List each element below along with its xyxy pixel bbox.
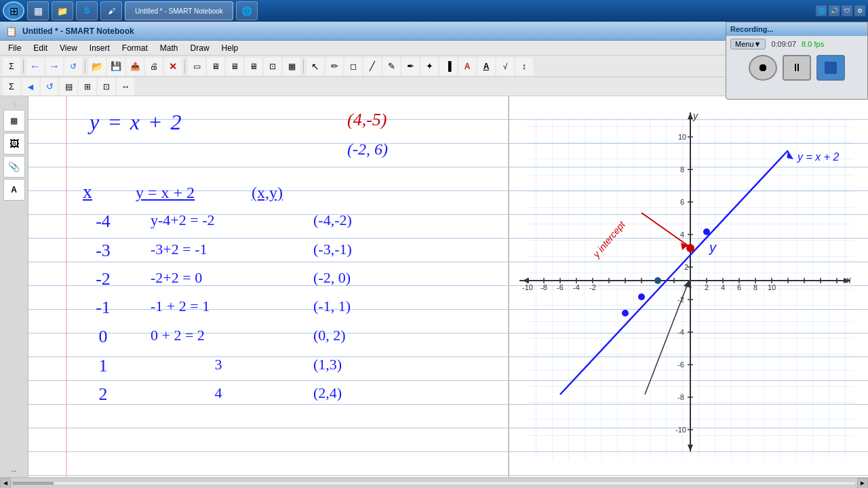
toolbar-sep3 — [303, 60, 304, 73]
col-xy: (x,y) — [252, 184, 283, 201]
toolbar2-box[interactable]: ⊡ — [98, 78, 115, 96]
toolbar-eraser[interactable]: ◻ — [344, 58, 362, 75]
toolbar-refresh[interactable]: ↺ — [64, 58, 82, 75]
point-1 — [703, 228, 710, 235]
coordinate-graph: -10 -8 -6 -4 -2 2 4 6 8 10 10 8 6 4 2 -2… — [519, 110, 865, 476]
pause-button[interactable]: ⏸ — [783, 55, 811, 81]
svg-text:8: 8 — [753, 283, 757, 291]
recording-menu[interactable]: Menu▼ — [730, 39, 766, 49]
toolbar-screen1[interactable]: ▭ — [188, 58, 205, 75]
sidebar-attachments[interactable]: 📎 — [3, 156, 25, 178]
toolbar-print[interactable]: 🖨 — [145, 58, 163, 75]
toolbar-star[interactable]: ✦ — [420, 58, 438, 75]
svg-text:-4: -4 — [677, 328, 684, 336]
menu-view[interactable]: View — [54, 42, 83, 54]
toolbar-forward[interactable]: → — [45, 58, 63, 75]
toolbar2-refresh[interactable]: ↺ — [41, 78, 58, 96]
scrollbar-bottom[interactable]: ◄ ► — [0, 477, 868, 488]
toolbar-pen[interactable]: ✏ — [326, 58, 343, 75]
toolbar-screen2[interactable]: 🖥 — [207, 58, 224, 75]
svg-text:4: 4 — [721, 283, 725, 291]
toolbar2-sigma[interactable]: Σ — [3, 78, 20, 96]
r2-eq: 4 — [151, 384, 286, 405]
start-button[interactable]: ⊞ — [3, 1, 24, 20]
svg-text:4: 4 — [680, 230, 684, 239]
rx2-xy: (-2, 0) — [313, 269, 351, 289]
toolbar2-grid[interactable]: ⊞ — [79, 78, 96, 96]
toolbar-open[interactable]: 📂 — [88, 58, 106, 75]
toolbar-formula[interactable]: √ — [496, 58, 514, 75]
toolbar-screen4[interactable]: 🖥 — [245, 58, 262, 75]
toolbar-sigma[interactable]: Σ — [3, 58, 20, 75]
r2-x: 2 — [83, 384, 123, 405]
rx4-x: -4 — [83, 211, 123, 232]
taskbar-calculator[interactable]: ▦ — [27, 1, 49, 20]
record-button[interactable]: ⏺ — [749, 55, 777, 81]
taskbar-skype[interactable]: S — [76, 1, 98, 20]
r1-eq: 3 — [151, 356, 286, 376]
sidebar-properties[interactable]: A — [3, 179, 25, 201]
svg-text:-6: -6 — [557, 283, 564, 291]
svg-text:-2: -2 — [589, 283, 596, 291]
menu-math[interactable]: Math — [155, 42, 184, 54]
svg-text:-4: -4 — [573, 283, 580, 291]
sidebar-page-sorter[interactable]: ▦ — [3, 110, 25, 131]
svg-text:6: 6 — [737, 283, 741, 291]
point-red: (4,-5) — [347, 110, 387, 130]
taskbar-folder[interactable]: 📁 — [52, 1, 73, 20]
svg-text:-10: -10 — [522, 283, 533, 291]
row-2: 2 4 (2,4) — [83, 384, 342, 405]
menu-format[interactable]: Format — [117, 42, 153, 54]
margin-line — [66, 96, 67, 477]
rx4-xy: (-4,-2) — [313, 211, 352, 232]
menu-edit[interactable]: Edit — [28, 42, 53, 54]
svg-text:10: 10 — [678, 133, 686, 141]
toolbar2-table[interactable]: ▤ — [60, 78, 77, 96]
toolbar-screen5[interactable]: ⊡ — [264, 58, 281, 75]
toolbar-pointer[interactable]: ↖ — [307, 58, 324, 75]
toolbar-textA[interactable]: A — [458, 58, 476, 75]
toolbar-highlight[interactable]: ▐ — [439, 58, 457, 75]
rx3-eq: -3+2 = -1 — [151, 241, 286, 261]
toolbar-pencil2[interactable]: ✒ — [401, 58, 419, 75]
svg-text:-6: -6 — [677, 361, 684, 369]
menu-draw[interactable]: Draw — [185, 42, 215, 54]
rx1-x: -1 — [83, 298, 123, 318]
row-minus4: -4 y-4+2 = -2 (-4,-2) — [83, 211, 352, 232]
toolbar-fill[interactable]: ✎ — [382, 58, 400, 75]
menu-file[interactable]: File — [3, 42, 26, 54]
point-minus4 — [622, 310, 629, 317]
toolbar-back[interactable]: ← — [26, 58, 44, 75]
toolbar-textformat[interactable]: A — [477, 58, 495, 75]
stop-button[interactable] — [816, 55, 845, 81]
toolbar-updown[interactable]: ↕ — [515, 58, 533, 75]
scroll-left[interactable]: ◄ — [0, 478, 11, 489]
toolbar2-back[interactable]: ◄ — [22, 78, 39, 96]
toolbar2-arrows[interactable]: ↔ — [117, 78, 134, 96]
taskbar-smartnotebook[interactable]: Untitled * - SMART Notebook — [125, 1, 233, 20]
sidebar-resize[interactable]: ⋮ — [12, 102, 17, 108]
toolbar-delete[interactable]: ✕ — [164, 58, 182, 75]
toolbar-export[interactable]: 📤 — [126, 58, 144, 75]
taskbar-paint[interactable]: 🖌 — [100, 1, 122, 20]
toolbar-save[interactable]: 💾 — [107, 58, 125, 75]
menu-insert[interactable]: Insert — [84, 42, 115, 54]
recording-title-text: Recording... — [730, 25, 774, 33]
toolbar-table[interactable]: ▦ — [283, 58, 300, 75]
tray-volume: 🔊 — [829, 5, 840, 16]
menu-help[interactable]: Help — [216, 42, 244, 54]
recording-menu-label: Menu▼ — [735, 40, 761, 48]
scroll-thumb[interactable] — [13, 482, 54, 485]
sidebar-gallery[interactable]: 🖼 — [3, 133, 25, 155]
scroll-track[interactable] — [12, 481, 856, 485]
toolbar-line[interactable]: ╱ — [363, 58, 381, 75]
rx1-xy: (-1, 1) — [313, 298, 351, 318]
recording-fps: 8.0 fps — [802, 40, 824, 48]
notebook-page: y = x + 2 (4,-5) (-2, 6) x y = x + 2 (x,… — [28, 96, 509, 477]
taskbar-explorer[interactable]: 🌐 — [236, 1, 258, 20]
scroll-right[interactable]: ► — [857, 478, 868, 489]
svg-text:-10: -10 — [675, 426, 686, 434]
tray-icons: 🌐 🔊 🛡 ⚙ — [816, 5, 865, 16]
toolbar-screen3[interactable]: 🖥 — [226, 58, 243, 75]
table-header: x y = x + 2 (x,y) — [83, 181, 283, 203]
